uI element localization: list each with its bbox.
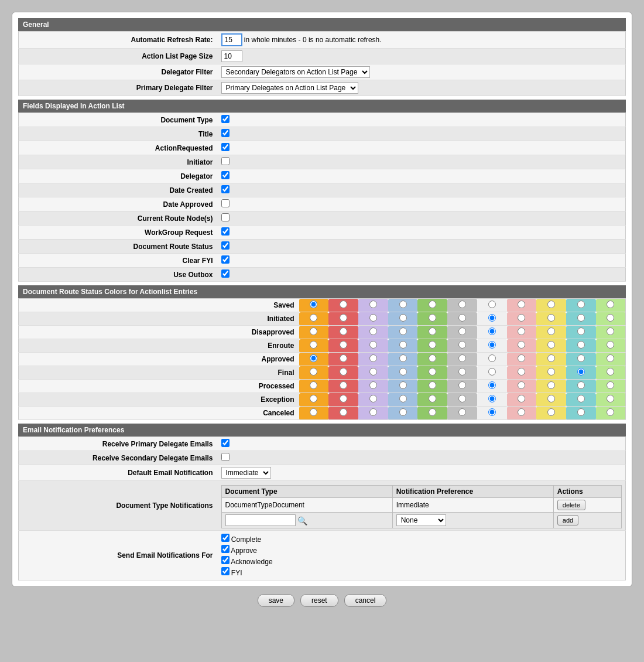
color-radio[interactable] [310, 381, 317, 389]
field-checkbox[interactable] [221, 227, 229, 236]
color-radio[interactable] [488, 368, 496, 376]
page-size-input[interactable] [221, 50, 242, 62]
color-radio[interactable] [429, 327, 436, 335]
color-radio[interactable] [547, 354, 555, 362]
color-radio[interactable] [607, 341, 614, 349]
color-radio[interactable] [340, 301, 347, 308]
color-radio[interactable] [547, 301, 555, 308]
color-radio[interactable] [340, 327, 347, 335]
color-radio[interactable] [369, 301, 377, 308]
color-radio[interactable] [547, 408, 555, 416]
primary-delegate-filter-select[interactable]: Primary Delegates on Action List Page Al… [221, 82, 358, 94]
color-radio[interactable] [607, 327, 614, 335]
color-radio[interactable] [340, 395, 347, 402]
color-radio[interactable] [577, 368, 585, 376]
color-radio[interactable] [310, 368, 317, 376]
color-radio[interactable] [607, 301, 614, 308]
cancel-button[interactable]: cancel [344, 594, 387, 607]
color-radio[interactable] [458, 368, 466, 376]
color-radio[interactable] [577, 354, 585, 362]
color-radio[interactable] [340, 381, 347, 389]
color-radio[interactable] [369, 327, 377, 335]
color-radio[interactable] [369, 341, 377, 349]
color-radio[interactable] [518, 354, 525, 362]
color-radio[interactable] [577, 381, 585, 389]
color-radio[interactable] [310, 354, 317, 362]
auto-refresh-input[interactable] [221, 33, 242, 46]
color-radio[interactable] [399, 381, 407, 389]
color-radio[interactable] [577, 408, 585, 416]
color-radio[interactable] [547, 327, 555, 335]
color-radio[interactable] [429, 354, 436, 362]
color-radio[interactable] [607, 314, 614, 322]
delegator-filter-select[interactable]: Secondary Delegators on Action List Page… [221, 66, 370, 78]
search-icon[interactable]: 🔍 [297, 516, 307, 525]
field-checkbox[interactable] [221, 269, 229, 278]
reset-button[interactable]: reset [300, 594, 338, 607]
color-radio[interactable] [607, 408, 614, 416]
color-radio[interactable] [458, 354, 466, 362]
receive-secondary-checkbox[interactable] [221, 453, 229, 461]
color-radio[interactable] [399, 314, 407, 322]
color-radio[interactable] [607, 381, 614, 389]
color-radio[interactable] [607, 354, 614, 362]
color-radio[interactable] [577, 314, 585, 322]
color-radio[interactable] [458, 381, 466, 389]
color-radio[interactable] [488, 381, 496, 389]
send-email-checkbox[interactable] [221, 545, 229, 553]
add-button[interactable]: add [557, 515, 578, 525]
send-email-checkbox[interactable] [221, 556, 229, 564]
color-radio[interactable] [488, 341, 496, 349]
color-radio[interactable] [607, 368, 614, 376]
notif-preference-select[interactable]: None Immediate Daily Weekly [396, 514, 446, 526]
save-button[interactable]: save [258, 594, 294, 607]
doc-type-search-input[interactable] [225, 514, 296, 526]
color-radio[interactable] [488, 301, 496, 308]
color-radio[interactable] [369, 368, 377, 376]
color-radio[interactable] [577, 395, 585, 402]
color-radio[interactable] [547, 314, 555, 322]
color-radio[interactable] [458, 408, 466, 416]
field-checkbox[interactable] [221, 143, 229, 151]
color-radio[interactable] [488, 327, 496, 335]
color-radio[interactable] [399, 408, 407, 416]
color-radio[interactable] [607, 395, 614, 402]
color-radio[interactable] [577, 341, 585, 349]
field-checkbox[interactable] [221, 115, 229, 123]
field-checkbox[interactable] [221, 157, 229, 165]
color-radio[interactable] [429, 301, 436, 308]
color-radio[interactable] [547, 395, 555, 402]
color-radio[interactable] [310, 341, 317, 349]
color-radio[interactable] [488, 314, 496, 322]
color-radio[interactable] [399, 395, 407, 402]
field-checkbox[interactable] [221, 171, 229, 179]
color-radio[interactable] [458, 314, 466, 322]
color-radio[interactable] [340, 354, 347, 362]
color-radio[interactable] [488, 408, 496, 416]
color-radio[interactable] [547, 381, 555, 389]
color-radio[interactable] [429, 368, 436, 376]
send-email-checkbox[interactable] [221, 534, 229, 542]
delete-button[interactable]: delete [557, 500, 585, 510]
color-radio[interactable] [369, 381, 377, 389]
color-radio[interactable] [518, 327, 525, 335]
color-radio[interactable] [340, 314, 347, 322]
color-radio[interactable] [369, 354, 377, 362]
color-radio[interactable] [310, 408, 317, 416]
receive-primary-checkbox[interactable] [221, 439, 229, 447]
field-checkbox[interactable] [221, 213, 229, 221]
color-radio[interactable] [429, 314, 436, 322]
color-radio[interactable] [458, 341, 466, 349]
color-radio[interactable] [340, 368, 347, 376]
color-radio[interactable] [458, 301, 466, 308]
color-radio[interactable] [429, 381, 436, 389]
color-radio[interactable] [518, 341, 525, 349]
field-checkbox[interactable] [221, 129, 229, 137]
color-radio[interactable] [310, 301, 317, 308]
field-checkbox[interactable] [221, 185, 229, 193]
color-radio[interactable] [399, 354, 407, 362]
color-radio[interactable] [369, 408, 377, 416]
field-checkbox[interactable] [221, 241, 229, 250]
color-radio[interactable] [399, 368, 407, 376]
default-email-select[interactable]: Immediate Daily Weekly None [221, 467, 271, 479]
